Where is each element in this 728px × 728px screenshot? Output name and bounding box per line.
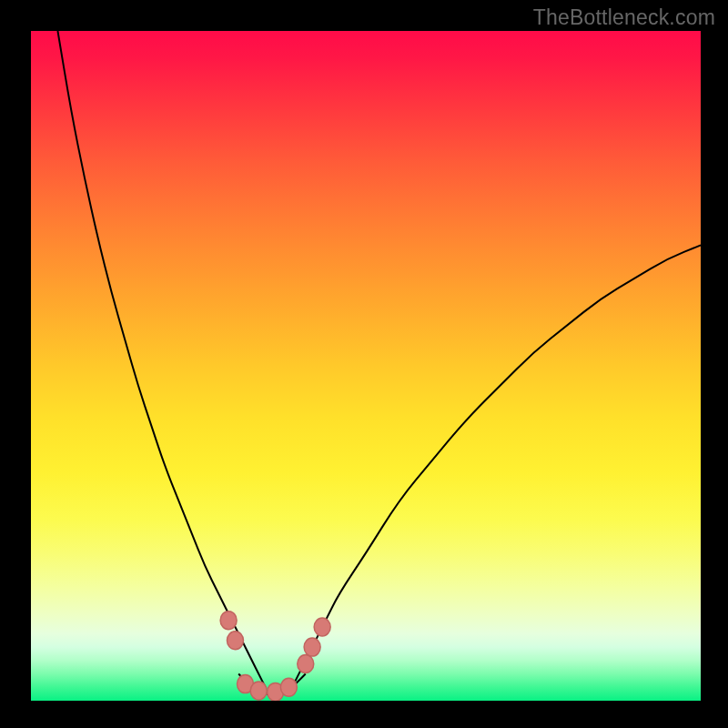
chart-frame: TheBottleneck.com: [0, 0, 728, 728]
marker-left-lower: [227, 632, 243, 650]
marker-floor-2: [250, 682, 267, 700]
markers-group: [220, 612, 330, 701]
left-curve: [57, 31, 265, 687]
marker-right-mid: [304, 638, 320, 656]
watermark-text: TheBottleneck.com: [533, 5, 715, 30]
marker-left-upper: [220, 612, 237, 630]
curves-svg: [31, 31, 701, 701]
marker-right-upper: [314, 618, 330, 636]
marker-floor-4: [280, 678, 297, 696]
right-curve: [292, 246, 701, 688]
plot-area: [31, 31, 701, 701]
marker-right-lower: [298, 655, 314, 673]
